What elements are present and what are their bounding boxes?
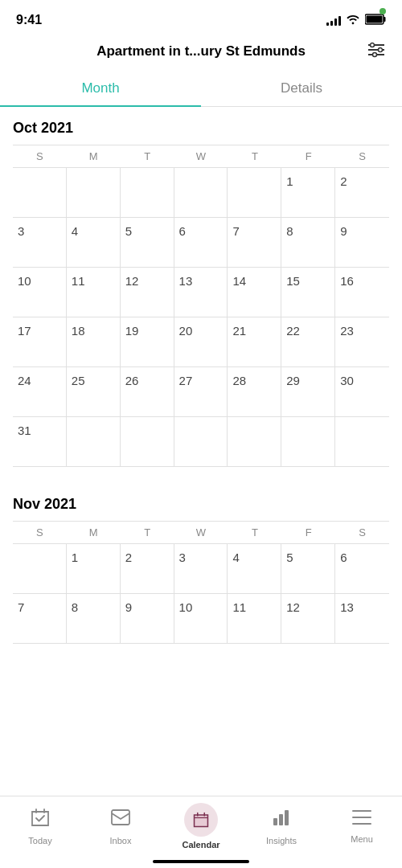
battery-icon [365, 14, 386, 27]
table-row[interactable]: 5 [121, 218, 174, 268]
home-indicator [153, 860, 249, 863]
table-row[interactable]: 14 [228, 268, 281, 317]
table-row[interactable] [174, 168, 228, 218]
app-header: Apartment in t...ury St Edmunds [0, 35, 402, 69]
table-row[interactable]: 16 [335, 268, 389, 317]
table-row[interactable]: 3 [13, 218, 67, 268]
inbox-icon [110, 807, 131, 833]
today-icon [30, 807, 51, 833]
calendar-oct: Oct 2021 S M T W T F S 1 2 3 4 5 6 7 8 9 [0, 107, 402, 467]
nav-calendar[interactable]: Calendar [161, 803, 241, 850]
calendar-scroll-area: Oct 2021 S M T W T F S 1 2 3 4 5 6 7 8 9 [0, 107, 402, 724]
nav-menu[interactable]: Menu [322, 809, 402, 844]
table-row[interactable]: 3 [174, 544, 228, 594]
day-header-w1: W [174, 150, 228, 162]
table-row[interactable]: 2 [121, 544, 174, 594]
wifi-icon [346, 14, 360, 27]
filter-button[interactable] [367, 42, 386, 62]
today-label: Today [28, 836, 51, 845]
table-row[interactable]: 8 [281, 218, 335, 268]
table-row[interactable]: 30 [335, 367, 389, 417]
table-row[interactable]: 20 [174, 317, 228, 367]
table-row[interactable] [174, 417, 228, 467]
svg-rect-9 [273, 818, 277, 825]
table-row[interactable]: 8 [67, 594, 121, 644]
table-row[interactable]: 22 [281, 317, 335, 367]
table-row[interactable]: 18 [67, 317, 121, 367]
table-row[interactable]: 6 [335, 544, 389, 594]
signal-icon [326, 14, 341, 26]
nav-today[interactable]: Today [0, 807, 80, 845]
tabs: Month Details [0, 69, 402, 107]
table-row[interactable]: 17 [13, 317, 67, 367]
table-row[interactable] [335, 417, 389, 467]
page-title: Apartment in t...ury St Edmunds [96, 43, 306, 59]
table-row[interactable]: 7 [228, 218, 281, 268]
tab-month[interactable]: Month [0, 69, 201, 106]
svg-rect-10 [279, 814, 283, 825]
svg-point-7 [379, 47, 383, 51]
table-row[interactable]: 1 [281, 168, 335, 218]
nov-day-w1: W [174, 526, 228, 538]
table-row[interactable] [281, 417, 335, 467]
table-row[interactable]: 9 [335, 218, 389, 268]
oct-day-headers: S M T W T F S [13, 145, 389, 167]
nov-grid: 1 2 3 4 5 6 7 8 9 10 11 12 13 [13, 543, 389, 644]
table-row[interactable]: 4 [67, 218, 121, 268]
table-row[interactable]: 1 [67, 544, 121, 594]
nav-inbox[interactable]: Inbox [80, 807, 161, 845]
calendar-label: Calendar [182, 840, 219, 850]
table-row[interactable]: 29 [281, 367, 335, 417]
menu-label: Menu [351, 834, 373, 844]
inbox-label: Inbox [110, 836, 132, 845]
table-row[interactable]: 21 [228, 317, 281, 367]
table-row[interactable]: 13 [335, 594, 389, 644]
table-row[interactable]: 15 [281, 268, 335, 317]
table-row[interactable]: 5 [281, 544, 335, 594]
table-row[interactable]: 12 [121, 268, 174, 317]
calendar-icon [184, 803, 218, 837]
table-row[interactable] [13, 544, 67, 594]
table-row[interactable]: 24 [13, 367, 67, 417]
table-row[interactable]: 4 [228, 544, 281, 594]
svg-point-6 [371, 43, 375, 47]
nov-day-m1: M [67, 526, 121, 538]
table-row[interactable]: 31 [13, 417, 67, 467]
table-row[interactable] [67, 417, 121, 467]
day-header-s1: S [13, 150, 67, 162]
table-row[interactable]: 27 [174, 367, 228, 417]
table-row[interactable]: 26 [121, 367, 174, 417]
svg-rect-2 [367, 15, 383, 23]
table-row[interactable]: 11 [67, 268, 121, 317]
nov-day-t2: T [228, 526, 281, 538]
table-row[interactable]: 9 [121, 594, 174, 644]
table-row[interactable]: 13 [174, 268, 228, 317]
table-row[interactable]: 19 [121, 317, 174, 367]
nov-day-headers: S M T W T F S [13, 521, 389, 543]
table-row[interactable]: 23 [335, 317, 389, 367]
table-row[interactable] [67, 168, 121, 218]
table-row[interactable]: 25 [67, 367, 121, 417]
nov-day-s1: S [13, 526, 67, 538]
table-row[interactable] [228, 417, 281, 467]
table-row[interactable]: 11 [228, 594, 281, 644]
table-row[interactable]: 10 [13, 268, 67, 317]
status-icons [326, 14, 386, 27]
table-row[interactable] [228, 168, 281, 218]
table-row[interactable] [121, 168, 174, 218]
bottom-nav: Today Inbox Calendar [0, 796, 402, 868]
table-row[interactable]: 12 [281, 594, 335, 644]
svg-rect-11 [285, 810, 289, 825]
oct-grid: 1 2 3 4 5 6 7 8 9 10 11 12 13 14 15 16 1… [13, 167, 389, 467]
table-row[interactable]: 28 [228, 367, 281, 417]
table-row[interactable]: 10 [174, 594, 228, 644]
day-header-f1: F [281, 150, 335, 162]
svg-rect-1 [384, 17, 386, 22]
tab-details[interactable]: Details [201, 69, 402, 106]
table-row[interactable]: 2 [335, 168, 389, 218]
table-row[interactable] [13, 168, 67, 218]
table-row[interactable] [121, 417, 174, 467]
table-row[interactable]: 7 [13, 594, 67, 644]
nav-insights[interactable]: Insights [241, 807, 322, 845]
table-row[interactable]: 6 [174, 218, 228, 268]
